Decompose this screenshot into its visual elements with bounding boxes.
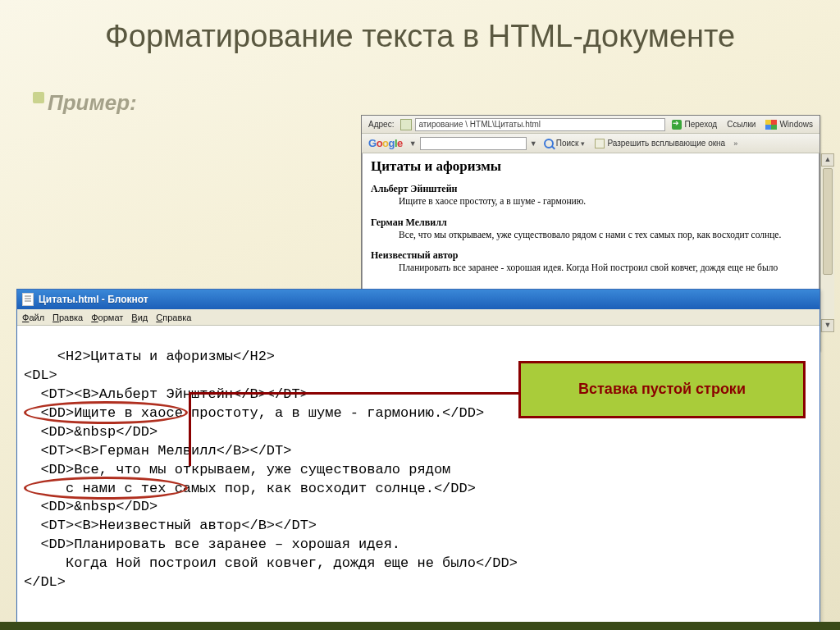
author-2: Герман Мелвилл xyxy=(371,217,810,229)
google-logo[interactable]: Google xyxy=(365,137,406,149)
notepad-code: <H2>Цитаты и афоризмы</H2> <DL> <DT><B>А… xyxy=(24,349,518,590)
go-button[interactable]: Переход xyxy=(669,117,720,132)
quote-3: Планировать все заранее - хорошая идея. … xyxy=(399,262,810,275)
menu-file[interactable]: Файл xyxy=(22,313,44,322)
callout-text: Вставка пустой строки xyxy=(578,381,746,399)
callout-box: Вставка пустой строки xyxy=(518,361,806,418)
author-1: Альберт Эйнштейн xyxy=(371,183,810,195)
slide-title: Форматирование текста в HTML-документе xyxy=(0,0,840,59)
google-search-input[interactable] xyxy=(420,137,527,150)
chevron-right-icon[interactable]: » xyxy=(732,139,739,148)
bullet-icon xyxy=(33,92,44,103)
search-split-icon: ▾ xyxy=(581,139,585,148)
popup-icon xyxy=(595,139,605,148)
menu-format[interactable]: Формат xyxy=(91,313,123,322)
windows-flag-icon xyxy=(765,120,777,130)
google-toolbar: Google ▼ ▼ Поиск ▾ Разрешить всплывающие… xyxy=(362,134,819,153)
go-label: Переход xyxy=(684,120,717,129)
windows-label: Windows xyxy=(779,120,813,129)
browser-scrollbar[interactable]: ▲ ▼ xyxy=(820,153,834,332)
callout-connector-v xyxy=(189,392,191,466)
address-input[interactable]: атирование \ HTML\Цитаты.html xyxy=(415,118,665,131)
arrow-right-icon xyxy=(672,120,682,130)
page-icon xyxy=(400,119,412,130)
google-dropdown-icon[interactable]: ▼ xyxy=(409,139,417,148)
example-label: Пример: xyxy=(48,90,137,116)
callout-connector-h xyxy=(189,392,518,395)
browser-address-bar: Адрес: атирование \ HTML\Цитаты.html Пер… xyxy=(362,116,819,134)
search-button[interactable]: Поиск ▾ xyxy=(541,136,589,151)
menu-view[interactable]: Вид xyxy=(131,313,148,322)
google-search-dropdown-icon[interactable]: ▼ xyxy=(530,139,537,148)
search-icon xyxy=(544,139,554,148)
quote-2: Все, что мы открываем, уже существовало … xyxy=(399,229,810,242)
windows-link[interactable]: Windows xyxy=(762,117,816,132)
notepad-titlebar: Цитаты.html - Блокнот xyxy=(17,290,819,309)
content-heading: Цитаты и афоризмы xyxy=(371,158,810,175)
links-label: Ссылки xyxy=(724,117,759,132)
popup-label: Разрешить всплывающие окна xyxy=(607,139,725,148)
notepad-title-text: Цитаты.html - Блокнот xyxy=(39,294,148,305)
scroll-down-icon[interactable]: ▼ xyxy=(821,319,834,332)
notepad-window: Цитаты.html - Блокнот Файл Правка Формат… xyxy=(16,289,820,630)
scroll-up-icon[interactable]: ▲ xyxy=(821,153,834,167)
notepad-icon xyxy=(22,293,34,306)
author-3: Неизвестный автор xyxy=(371,249,810,262)
search-label: Поиск xyxy=(556,139,579,148)
quote-1: Ищите в хаосе простоту, а в шуме - гармо… xyxy=(399,195,810,208)
address-label: Адрес: xyxy=(365,117,397,132)
notepad-menu: Файл Правка Формат Вид Справка xyxy=(17,309,819,326)
scroll-thumb[interactable] xyxy=(823,168,833,275)
popup-button[interactable]: Разрешить всплывающие окна xyxy=(591,136,728,151)
menu-edit[interactable]: Правка xyxy=(52,313,83,322)
menu-help[interactable]: Справка xyxy=(156,313,191,322)
